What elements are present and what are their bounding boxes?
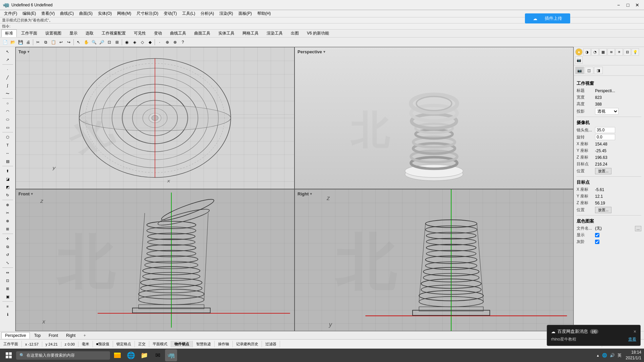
menu-panel[interactable]: 面板(P)	[236, 10, 255, 17]
viewport-right-label[interactable]: Right ▼	[298, 191, 313, 196]
menu-edit[interactable]: 编辑(E)	[20, 10, 39, 17]
sb-smarttrack[interactable]: 智慧轨迹	[193, 341, 215, 347]
tab-solid-tools[interactable]: 实体工具	[215, 29, 238, 37]
open-file-icon[interactable]: 📂	[9, 39, 16, 46]
pan-icon[interactable]: ✋	[83, 39, 90, 46]
sb-gumball[interactable]: 操作轴	[215, 341, 233, 347]
lt-properties[interactable]: ℹ	[2, 311, 14, 318]
tab-render-tools[interactable]: 渲染工具	[263, 29, 286, 37]
tab-viewport-config[interactable]: 工作视窗配置	[98, 29, 129, 37]
upload-button[interactable]: ☁ 插件上传	[525, 13, 570, 23]
rp-material[interactable]: ◑	[583, 48, 591, 56]
lt-revolve[interactable]: ↻	[2, 191, 14, 199]
lt-trim[interactable]: ✂	[2, 209, 14, 217]
add-tab-button[interactable]: +	[80, 332, 90, 339]
lt-point[interactable]: ·	[2, 66, 14, 73]
lt-hatch[interactable]: ▤	[2, 158, 14, 165]
rp-ground[interactable]: ⊟	[624, 48, 631, 56]
lt-grid-icon[interactable]: ⊞	[2, 285, 14, 292]
tab-setview[interactable]: 设置视图	[42, 29, 65, 37]
notif-link[interactable]: 查看	[628, 337, 636, 342]
taskbar-rhino[interactable]: 🦏	[165, 349, 177, 361]
tab-display[interactable]: 显示	[66, 29, 81, 37]
lt-arc[interactable]: ◠	[2, 108, 14, 115]
lt-rect[interactable]: ▭	[2, 124, 14, 131]
lt-select[interactable]: ↖	[2, 48, 14, 55]
start-button[interactable]	[3, 349, 15, 361]
sb-default[interactable]: ■预设值	[93, 341, 113, 347]
menu-analysis[interactable]: 分析(A)	[198, 10, 217, 17]
menu-mesh[interactable]: 网格(M)	[114, 10, 134, 17]
undo-icon[interactable]: ↩	[57, 39, 65, 46]
redo-icon[interactable]: ↪	[65, 39, 72, 46]
taskbar-explorer[interactable]	[111, 349, 123, 361]
tab-layout[interactable]: 出图	[287, 29, 303, 37]
lt-freehand[interactable]: 〜	[2, 90, 14, 97]
rp-color-wheel[interactable]: ●	[575, 48, 583, 56]
tab-v6-new[interactable]: V6 的新功能	[303, 29, 333, 37]
rp-bump[interactable]: ≋	[607, 48, 615, 56]
lt-group[interactable]: ▣	[2, 293, 14, 300]
bottom-tab-perspective[interactable]: Perspective	[1, 332, 30, 339]
osnap-icon[interactable]: ⊗	[171, 39, 179, 46]
viewport-perspective[interactable]: Perspective ▼ 北	[294, 47, 574, 189]
rp-texture[interactable]: ▦	[599, 48, 607, 56]
lt-move[interactable]: ✛	[2, 235, 14, 242]
rp-btn-cposition[interactable]: 放置...	[595, 168, 611, 174]
taskbar-folder[interactable]: 📁	[138, 349, 150, 361]
taskbar-mail[interactable]: ✉	[152, 349, 164, 361]
menu-view[interactable]: 查看(V)	[39, 10, 57, 17]
maximize-button[interactable]: □	[624, 1, 632, 9]
bottom-tab-front[interactable]: Front	[45, 332, 62, 339]
lt-circle[interactable]: ○	[2, 100, 14, 107]
rp-camera-icon[interactable]: 📷	[575, 56, 583, 64]
lt-array[interactable]: ⊡	[2, 277, 14, 284]
lt-curve[interactable]: ∫	[2, 82, 14, 89]
tray-network[interactable]: 🌐	[602, 353, 607, 358]
viewport-top-label[interactable]: Top ▼	[18, 49, 30, 54]
tray-volume[interactable]: 🔊	[610, 353, 615, 358]
viewport-perspective-label[interactable]: Perspective ▼	[298, 49, 326, 54]
lt-select2[interactable]: ↗	[2, 56, 14, 63]
shaded-icon[interactable]: ◈	[131, 39, 138, 46]
tray-chevron[interactable]: ▲	[596, 354, 599, 357]
rp-select-projection[interactable]: 透视 平行	[595, 108, 619, 115]
tab-surface-tools[interactable]: 曲面工具	[191, 29, 214, 37]
menu-render[interactable]: 渲染(R)	[217, 10, 236, 17]
bottom-tab-top[interactable]: Top	[31, 332, 44, 339]
tab-workplane[interactable]: 工作平面	[17, 29, 41, 37]
tray-lang[interactable]: 英	[618, 353, 622, 358]
lt-rotate[interactable]: ↺	[2, 251, 14, 258]
lt-split[interactable]: ⊗	[2, 217, 14, 225]
tab-select[interactable]: 选取	[82, 29, 97, 37]
rp-camera-view[interactable]: 📷	[575, 67, 584, 74]
help-icon[interactable]: ?	[179, 39, 186, 46]
wire-icon[interactable]: ◇	[139, 39, 146, 46]
lt-ellipse[interactable]: ⬭	[2, 116, 14, 123]
print-icon[interactable]: 🖨	[24, 39, 32, 46]
taskbar-search[interactable]: 🔍 在这里输入你要搜索的内容	[16, 351, 110, 360]
sb-osnap[interactable]: 物件锁点	[171, 341, 193, 347]
menu-surface[interactable]: 曲面(S)	[76, 10, 95, 17]
rp-input-rotate[interactable]	[595, 134, 615, 140]
tab-transform[interactable]: 变动	[150, 29, 166, 37]
rp-checkbox-bggray[interactable]	[595, 240, 599, 244]
viewport-front[interactable]: Front ▼ 北	[15, 189, 294, 331]
zoom-in-icon[interactable]: 🔍	[90, 39, 98, 46]
render-icon[interactable]: ◉	[123, 39, 130, 46]
menu-tools[interactable]: 工具(L)	[179, 10, 198, 17]
lt-surface[interactable]: ◪	[2, 175, 14, 183]
save-icon[interactable]: 💾	[17, 39, 24, 46]
notif-close-button[interactable]: ×	[634, 329, 636, 334]
cut-icon[interactable]: ✂	[34, 39, 42, 46]
sb-history[interactable]: 记录建构历史	[233, 341, 262, 347]
viewport-front-label[interactable]: Front ▼	[18, 191, 34, 196]
rp-btn-tposition[interactable]: 放置...	[595, 207, 611, 213]
rp-btn-bgfile[interactable]: ...	[635, 226, 641, 231]
select-icon[interactable]: ↖	[75, 39, 82, 46]
rp-input-focal[interactable]	[595, 127, 615, 133]
menu-transform[interactable]: 变动(T)	[161, 10, 179, 17]
rp-light[interactable]: 💡	[632, 48, 639, 56]
zoom-window-icon[interactable]: ⊡	[106, 39, 113, 46]
sb-ortho[interactable]: 正交	[135, 341, 149, 347]
